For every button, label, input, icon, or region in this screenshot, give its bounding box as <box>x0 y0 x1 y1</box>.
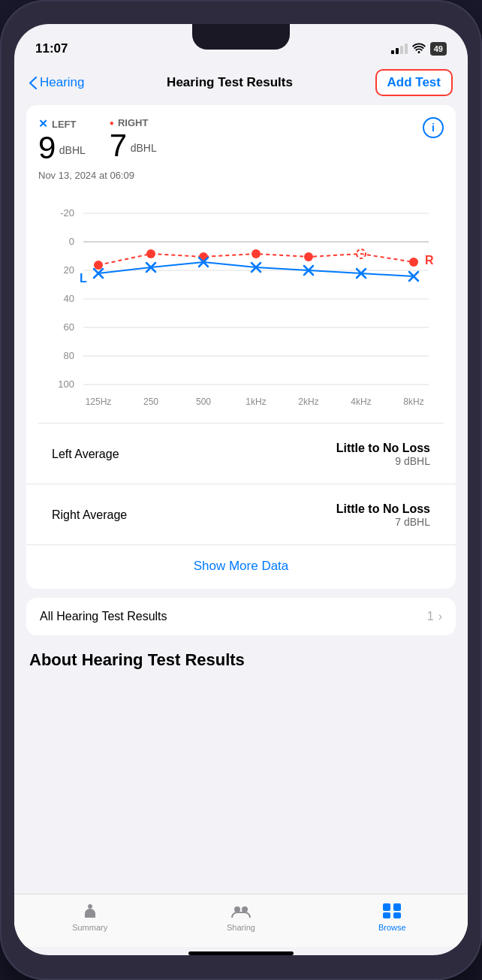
divider <box>38 423 444 424</box>
right-marker: ● <box>110 119 114 127</box>
svg-text:-20: -20 <box>60 207 74 219</box>
svg-text:500: 500 <box>196 397 211 407</box>
right-average-row: Right Average Little to No Loss 7 dBHL <box>38 492 444 538</box>
svg-rect-39 <box>393 903 401 911</box>
status-time: 11:07 <box>35 41 68 56</box>
page-title: Hearing Test Results <box>167 75 293 90</box>
about-section: About Hearing Test Results <box>26 644 456 677</box>
tab-summary-label: Summary <box>72 923 107 932</box>
divider-3 <box>26 544 456 545</box>
svg-text:250: 250 <box>143 397 158 407</box>
svg-text:125Hz: 125Hz <box>86 397 112 407</box>
svg-point-36 <box>234 906 240 912</box>
svg-text:40: 40 <box>64 293 74 304</box>
tab-sharing[interactable]: Sharing <box>165 902 316 932</box>
left-label: L <box>80 272 87 285</box>
right-label: R <box>425 254 434 267</box>
svg-text:1kHz: 1kHz <box>246 397 266 407</box>
tab-browse[interactable]: Browse <box>317 902 468 932</box>
add-test-button[interactable]: Add Test <box>375 69 453 96</box>
tab-browse-label: Browse <box>378 923 406 932</box>
right-point-1k <box>252 249 261 258</box>
tab-sharing-label: Sharing <box>227 923 255 932</box>
tab-summary[interactable]: Summary <box>14 902 165 932</box>
show-more-data-link[interactable]: Show More Data <box>194 559 289 573</box>
back-button[interactable]: Hearing <box>29 75 85 90</box>
right-stat: ● RIGHT 7 dBHL <box>110 117 157 161</box>
right-point-2k <box>304 252 313 261</box>
hearing-test-card: ✕ LEFT 9 dBHL ● <box>26 105 456 589</box>
svg-point-37 <box>242 906 248 912</box>
svg-text:2kHz: 2kHz <box>298 397 318 407</box>
signal-icon <box>391 44 408 54</box>
svg-text:8kHz: 8kHz <box>403 397 423 407</box>
audiogram-chart: -20 0 20 40 60 80 100 125Hz 250 500 1kHz… <box>38 187 444 420</box>
home-indicator <box>188 951 294 955</box>
left-average-result: Little to No Loss 9 dBHL <box>336 442 430 467</box>
notch <box>192 24 290 50</box>
svg-rect-41 <box>393 912 401 918</box>
right-point-125 <box>94 261 103 270</box>
svg-rect-40 <box>383 912 390 918</box>
summary-icon <box>80 902 101 920</box>
svg-text:100: 100 <box>58 378 74 390</box>
right-point-250 <box>146 249 155 258</box>
wifi-icon <box>412 43 426 56</box>
svg-text:60: 60 <box>64 321 74 333</box>
left-right-stats: ✕ LEFT 9 dBHL ● <box>38 117 157 187</box>
info-button[interactable]: i <box>423 117 444 138</box>
phone-screen: 11:07 49 <box>14 24 468 955</box>
tab-bar: Summary Sharing <box>14 894 468 947</box>
about-title: About Hearing Test Results <box>29 650 453 670</box>
left-average-row: Left Average Little to No Loss 9 dBHL <box>38 431 444 478</box>
left-marker: ✕ <box>38 117 48 131</box>
svg-rect-38 <box>383 903 390 911</box>
svg-text:80: 80 <box>64 350 74 361</box>
svg-text:20: 20 <box>64 264 74 276</box>
svg-text:4kHz: 4kHz <box>351 397 371 407</box>
chevron-right-icon: › <box>438 610 442 623</box>
svg-text:0: 0 <box>69 236 74 247</box>
all-results-row[interactable]: All Hearing Test Results 1 › <box>26 598 456 635</box>
right-average-result: Little to No Loss 7 dBHL <box>336 502 430 528</box>
sharing-icon <box>230 902 252 920</box>
divider-2 <box>26 484 456 484</box>
right-point-8k <box>409 258 418 267</box>
left-stat: ✕ LEFT 9 dBHL <box>38 117 86 164</box>
nav-bar: Hearing Hearing Test Results Add Test <box>14 63 468 105</box>
browse-icon <box>381 902 402 920</box>
battery-icon: 49 <box>430 42 447 56</box>
phone-frame: 11:07 49 <box>0 0 482 980</box>
status-icons: 49 <box>391 42 447 56</box>
test-date: Nov 13, 2024 at 06:09 <box>38 170 157 181</box>
main-content: ✕ LEFT 9 dBHL ● <box>14 105 468 894</box>
show-more-section: Show More Data <box>38 553 444 577</box>
